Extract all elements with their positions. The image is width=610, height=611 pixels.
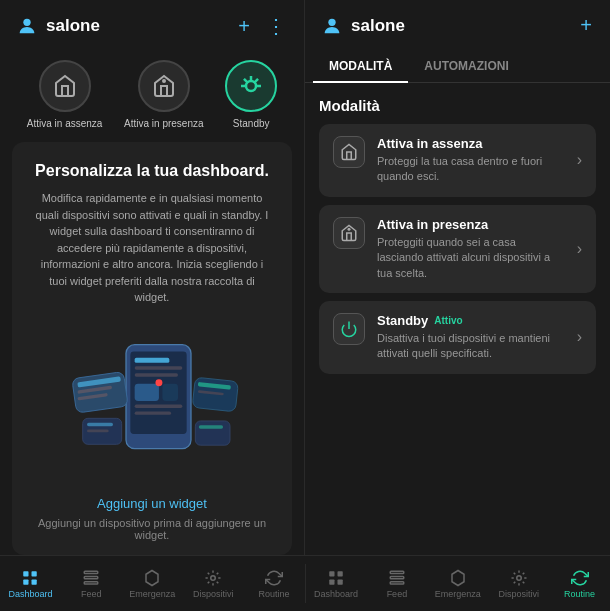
routine-icon-right xyxy=(571,569,589,587)
emergenza-icon-right xyxy=(449,569,467,587)
mode-card-body-absence: Attiva in assenza Proteggi la tua casa d… xyxy=(377,136,565,185)
chevron-icon-presence: › xyxy=(577,240,582,258)
mode-card-icon-absence xyxy=(333,136,365,168)
mode-standby-item[interactable]: Standby xyxy=(225,60,277,130)
emergenza-icon-left xyxy=(143,569,161,587)
svg-rect-21 xyxy=(87,422,113,425)
feed-icon-left xyxy=(82,569,100,587)
standby-icon xyxy=(239,74,263,98)
left-title: salone xyxy=(46,16,100,36)
mode-card-title-absence: Attiva in assenza xyxy=(377,136,565,151)
nav-item-dashboard-right[interactable]: Dashboard xyxy=(306,556,367,611)
mode-card-presence[interactable]: Attiva in presenza Proteggiti quando sei… xyxy=(319,205,596,293)
mode-card-icon-presence xyxy=(333,217,365,249)
mode-absence-item[interactable]: Attiva in assenza xyxy=(27,60,103,130)
svg-rect-34 xyxy=(85,581,99,583)
svg-rect-5 xyxy=(135,357,170,362)
chevron-icon-absence: › xyxy=(577,151,582,169)
right-header-left: salone xyxy=(321,15,405,37)
mode-card-body-presence: Attiva in presenza Proteggiti quando sei… xyxy=(377,217,565,281)
feed-icon-right xyxy=(388,569,406,587)
nav-item-emergenza-right[interactable]: Emergenza xyxy=(427,556,488,611)
mode-icons-row: Attiva in assenza Attiva in presenza xyxy=(0,52,304,142)
modality-section: Modalità Attiva in assenza Proteggi la t… xyxy=(305,83,610,388)
nav-item-routine-left[interactable]: Routine xyxy=(244,556,305,611)
nav-label-routine-right: Routine xyxy=(564,589,595,599)
svg-point-26 xyxy=(348,228,351,231)
add-widget-note: Aggiungi un dispositivo prima di aggiung… xyxy=(32,517,272,541)
mode-card-title-standby: Standby Attivo xyxy=(377,313,565,328)
nav-item-dispositivi-left[interactable]: Dispositivi xyxy=(183,556,244,611)
nav-label-routine-left: Routine xyxy=(259,589,290,599)
mode-card-standby[interactable]: Standby Attivo Disattiva i tuoi disposit… xyxy=(319,301,596,374)
svg-rect-9 xyxy=(162,383,178,400)
mode-card-title-presence: Attiva in presenza xyxy=(377,217,565,232)
tab-automazioni[interactable]: AUTOMAZIONI xyxy=(408,51,524,83)
svg-rect-41 xyxy=(390,576,404,578)
svg-rect-28 xyxy=(24,571,29,576)
svg-rect-33 xyxy=(85,576,99,578)
mode-card-icon-standby xyxy=(333,313,365,345)
dashboard-icon-left xyxy=(21,569,39,587)
dispositivi-icon-right xyxy=(510,569,528,587)
svg-point-1 xyxy=(162,79,166,83)
svg-rect-36 xyxy=(329,571,334,576)
add-button-left[interactable]: + xyxy=(236,13,252,40)
user-icon xyxy=(16,15,38,37)
card-title: Personalizza la tua dashboard. xyxy=(32,162,272,180)
svg-point-35 xyxy=(211,575,216,580)
svg-rect-31 xyxy=(32,579,37,584)
menu-button-left[interactable]: ⋮ xyxy=(264,12,288,40)
nav-item-dispositivi-right[interactable]: Dispositivi xyxy=(488,556,549,611)
svg-point-0 xyxy=(23,19,30,26)
dashboard-card: Personalizza la tua dashboard. Modifica … xyxy=(12,142,292,555)
mode-card-desc-standby: Disattiva i tuoi dispositivi e mantieni … xyxy=(377,331,565,362)
svg-rect-11 xyxy=(135,411,171,414)
left-header: salone + ⋮ xyxy=(0,0,304,52)
svg-rect-29 xyxy=(32,571,37,576)
svg-rect-24 xyxy=(199,425,223,428)
right-header: salone + xyxy=(305,0,610,51)
active-badge-standby: Attivo xyxy=(434,315,462,326)
routine-icon-left xyxy=(265,569,283,587)
nav-item-feed-left[interactable]: Feed xyxy=(61,556,122,611)
add-widget-link[interactable]: Aggiungi un widget xyxy=(32,496,272,511)
svg-rect-30 xyxy=(24,579,29,584)
card-footer: Aggiungi un widget Aggiungi un dispositi… xyxy=(12,486,292,555)
bottom-nav: Dashboard Feed Emergenza Dispositivi Rou… xyxy=(0,555,610,611)
svg-rect-8 xyxy=(135,383,159,400)
add-button-right[interactable]: + xyxy=(578,12,594,39)
nav-item-dashboard-left[interactable]: Dashboard xyxy=(0,556,61,611)
nav-label-feed-left: Feed xyxy=(81,589,102,599)
mode-card-absence[interactable]: Attiva in assenza Proteggi la tua casa d… xyxy=(319,124,596,197)
svg-rect-42 xyxy=(390,581,404,583)
svg-point-25 xyxy=(328,18,335,25)
mode-standby-circle xyxy=(225,60,277,112)
svg-rect-23 xyxy=(195,421,230,445)
mode-presence-circle xyxy=(138,60,190,112)
tab-modalita[interactable]: MODALITÀ xyxy=(313,51,408,83)
svg-rect-40 xyxy=(390,571,404,573)
illustration-svg xyxy=(62,336,242,466)
svg-rect-10 xyxy=(135,404,183,407)
svg-rect-39 xyxy=(337,579,342,584)
mode-card-body-standby: Standby Attivo Disattiva i tuoi disposit… xyxy=(377,313,565,362)
mode-absence-label: Attiva in assenza xyxy=(27,118,103,130)
svg-rect-6 xyxy=(135,366,183,369)
mode-presence-item[interactable]: Attiva in presenza xyxy=(124,60,204,130)
svg-point-12 xyxy=(155,379,162,386)
card-description: Modifica rapidamente e in qualsiasi mome… xyxy=(32,190,272,306)
svg-rect-22 xyxy=(87,429,109,432)
nav-item-feed-right[interactable]: Feed xyxy=(366,556,427,611)
dispositivi-icon-left xyxy=(204,569,222,587)
nav-label-emergenza-right: Emergenza xyxy=(435,589,481,599)
svg-point-43 xyxy=(516,575,521,580)
svg-rect-37 xyxy=(337,571,342,576)
tabs-row: MODALITÀ AUTOMAZIONI xyxy=(305,51,610,83)
nav-item-routine-right[interactable]: Routine xyxy=(549,556,610,611)
card-illustration xyxy=(52,316,252,487)
card-content: Personalizza la tua dashboard. Modifica … xyxy=(12,142,292,316)
chevron-icon-standby: › xyxy=(577,328,582,346)
nav-item-emergenza-left[interactable]: Emergenza xyxy=(122,556,183,611)
left-header-icons: + ⋮ xyxy=(236,12,288,40)
